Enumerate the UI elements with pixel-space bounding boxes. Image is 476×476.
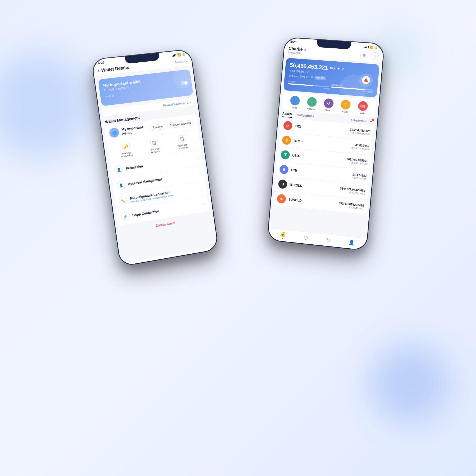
add-asset-button[interactable]: + 1	[368, 119, 374, 124]
nav-history[interactable]: ↻	[326, 237, 330, 243]
add-badge: 1	[372, 118, 374, 121]
non-hd-badge: Non-HD	[314, 76, 326, 80]
nav-assets[interactable]: 💰	[280, 231, 286, 239]
approval-icon: 👤	[116, 180, 126, 190]
tab-collectibles[interactable]: Collectibles	[296, 113, 314, 119]
nav-history-icon: ↻	[326, 237, 330, 243]
send-label: Send	[292, 106, 298, 109]
nav-profile[interactable]: 👤	[348, 239, 355, 246]
verified-badge: ✓	[301, 140, 303, 143]
wifi-icon: 📶	[177, 53, 181, 57]
token-name-bttold: BTTOLD	[290, 183, 337, 191]
left-time: 4:20	[98, 61, 104, 65]
token-name-trx: TRX	[295, 124, 347, 132]
permission-icon: 👤	[114, 165, 124, 175]
stake-icon: ⬡	[341, 99, 351, 110]
nav-market[interactable]: ⬡	[303, 235, 308, 241]
stake-label: Stake	[342, 110, 348, 113]
send-action[interactable]: ↑ Send	[290, 95, 300, 109]
user-info: Charlie ⇄ MainChain	[288, 46, 307, 55]
nav-market-icon: ⬡	[303, 235, 308, 241]
token-amounts-eth: 21.174682≈$ 85,885.35	[352, 173, 367, 180]
left-phone: 4:20 📶 🔋 ‹ Wallet Details	[91, 49, 219, 267]
token-icon-eth: Ξ	[279, 165, 289, 175]
related-wallets-label[interactable]: Related Wallet(s) : 2	[163, 101, 189, 107]
active-dot	[282, 238, 283, 239]
swap-label: Swap	[325, 109, 331, 112]
copy-icon[interactable]: ⧉	[311, 76, 313, 79]
token-icon-usdt: ₮	[281, 150, 290, 160]
backup-mnemonic[interactable]: 📋 Back Up mnemonic	[168, 134, 197, 151]
scan-icon[interactable]: ⊕	[360, 51, 368, 59]
token-icon-trx: ▷	[283, 121, 292, 130]
nav-profile-icon: 👤	[348, 239, 355, 246]
token-name-btc: BTC✓	[294, 139, 349, 148]
dapp-icon: 🔗	[121, 212, 130, 221]
backup-private-key[interactable]: 🔑 Back Up private key	[111, 141, 142, 159]
token-amounts-trx: 34,234,453.126≈$ 2,760,842,982	[350, 128, 370, 136]
phones-container: 4:20 📶 🔋 ‹ Wallet Details	[93, 26, 383, 450]
qr-icon[interactable]: ⊞	[371, 52, 379, 60]
wallet-address: THPwer...5wtFYC	[289, 74, 310, 79]
left-status-icons: 📶 🔋	[171, 52, 186, 57]
asset-list: ▷TRX34,234,453.126≈$ 2,760,842,982₿BTC✓3…	[271, 118, 377, 215]
header-chain: MainChain	[175, 60, 188, 64]
wallet-avatar: 🌐	[109, 127, 120, 138]
bar3	[174, 54, 175, 56]
sort-icon: ⇅	[350, 118, 353, 122]
send-icon: ↑	[290, 95, 300, 106]
wallet-toggle[interactable]	[181, 80, 188, 85]
token-icon-sunold: ☀	[277, 194, 286, 204]
permission-arrow: ›	[197, 156, 199, 160]
expand-icon[interactable]: ↗	[341, 67, 344, 71]
receive-action[interactable]: ↓ Receive	[306, 97, 317, 111]
tab-right: ⇅ Preference + 1	[350, 118, 373, 124]
mnemonic-icon: 📋	[178, 135, 186, 143]
right-status-icons: 📶 🔋	[364, 45, 378, 50]
back-button[interactable]: ‹	[98, 68, 100, 74]
token-name-eth: ETH	[291, 168, 350, 177]
wallet-management-name: My important wallet	[121, 125, 148, 136]
swap-action[interactable]: ↺ Swap	[323, 98, 334, 112]
left-content: ‹ Wallet Details MainChain My important …	[93, 56, 218, 263]
bar2	[173, 55, 174, 57]
header-actions: ⊕ ⊞	[360, 51, 379, 60]
change-password-button[interactable]: Change Password	[167, 120, 194, 129]
right-signal	[364, 45, 369, 48]
rename-button[interactable]: Rename	[149, 123, 166, 131]
right-time: 4:20	[290, 40, 297, 44]
balance-card: 56,456,453.221 TRX 👁 ↗ ≈ $3,951,951.71 T…	[283, 58, 379, 98]
swap-icon: ↺	[324, 98, 334, 108]
account-swap-icon[interactable]: ⇄	[304, 48, 306, 52]
preference-button[interactable]: ⇅ Preference	[350, 118, 367, 123]
energy-item: Energy 37/60	[288, 80, 329, 90]
preference-label: Preference	[353, 119, 367, 123]
dapp-arrow: ›	[204, 202, 205, 206]
battery-icon: 🔋	[182, 52, 186, 56]
bar4	[175, 54, 176, 56]
vote-icon: 🎫	[358, 101, 368, 111]
nav-assets-icon: 💰	[280, 231, 286, 237]
tab-assets[interactable]: Assets	[282, 112, 293, 118]
management-card: 🌐 My important wallet Rename Change Pass…	[104, 114, 209, 225]
vote-action[interactable]: 🎫 Vote	[357, 101, 368, 115]
copy-icon[interactable]: ⧉	[127, 86, 129, 89]
approval-arrow: ›	[199, 171, 201, 176]
key-icon: 🔑	[122, 142, 130, 151]
multisig-icon: ✏️	[118, 196, 128, 206]
balance-currency: TRX	[329, 66, 336, 70]
stake-action[interactable]: ⬡ Stake	[340, 99, 351, 113]
vote-label: Vote	[360, 112, 365, 115]
bottom-nav: 💰 ⬡ ↻ 👤	[268, 228, 367, 247]
eye-icon[interactable]: 👁	[337, 67, 340, 71]
right-content: Charlie ⇄ MainChain ⊕ ⊞ 56,456,453.221	[268, 44, 383, 248]
multisig-arrow: ›	[202, 187, 203, 191]
receive-icon: ↓	[307, 97, 317, 107]
signal-bars	[171, 54, 176, 57]
token-amounts-usdt: 602,786.035091≈$ 606,000.199	[346, 157, 368, 165]
backup-keystore[interactable]: 📋 Back Up keystore	[140, 137, 170, 155]
right-battery: 🔋	[374, 46, 378, 49]
receive-label: Receive	[307, 107, 315, 111]
right-phone: 4:20 📶 🔋	[267, 37, 385, 251]
right-wifi: 📶	[369, 45, 373, 49]
